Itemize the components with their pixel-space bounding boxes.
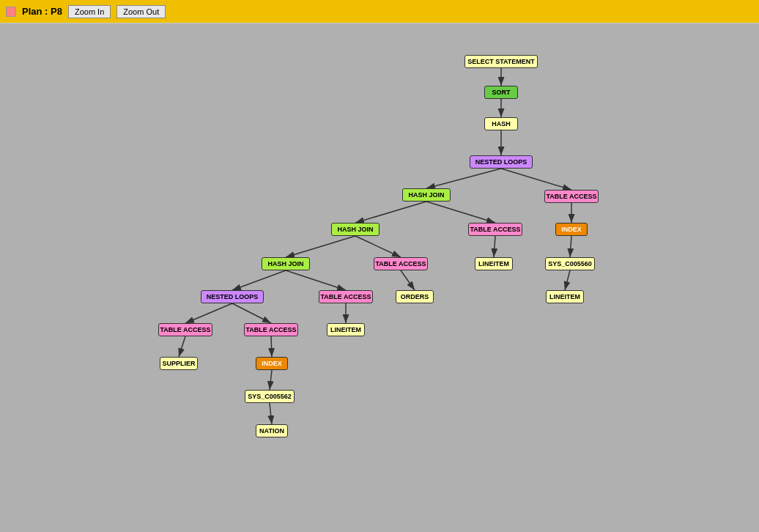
- svg-line-15: [401, 270, 415, 290]
- node-supplier: SUPPLIER: [160, 357, 198, 370]
- svg-line-7: [426, 202, 495, 223]
- svg-line-22: [270, 370, 272, 390]
- arrows-svg: [0, 23, 759, 532]
- svg-line-16: [565, 270, 570, 290]
- svg-line-5: [501, 169, 571, 190]
- node-sys_c005562: SYS_C005562: [245, 390, 295, 403]
- svg-line-6: [355, 202, 426, 223]
- svg-line-17: [185, 303, 232, 323]
- node-sys_c005560_1: SYS_C005560: [545, 257, 595, 270]
- svg-line-14: [286, 270, 346, 290]
- svg-line-9: [286, 236, 355, 257]
- node-sort: SORT: [484, 86, 518, 99]
- svg-line-10: [355, 236, 401, 257]
- node-hash_join_1: HASH JOIN: [402, 188, 451, 202]
- node-select_statement: SELECT STATEMENT: [464, 55, 538, 68]
- node-nation: NATION: [256, 424, 288, 437]
- node-table_access_2: TABLE ACCESS: [468, 223, 522, 236]
- node-table_access_3: TABLE ACCESS: [374, 257, 428, 270]
- svg-line-18: [232, 303, 271, 323]
- node-hash_join_3: HASH JOIN: [262, 257, 310, 270]
- node-table_access_4: TABLE ACCESS: [319, 290, 373, 303]
- node-orders: ORDERS: [396, 290, 434, 303]
- node-table_access_6: TABLE ACCESS: [244, 323, 298, 336]
- node-index_2: INDEX: [256, 357, 288, 370]
- svg-line-12: [570, 236, 571, 257]
- node-nested_loops_2: NESTED LOOPS: [201, 290, 264, 303]
- zoom-out-button[interactable]: Zoom Out: [116, 5, 166, 18]
- node-index_1: INDEX: [555, 223, 588, 236]
- node-table_access_1: TABLE ACCESS: [544, 190, 599, 203]
- header: Plan : P8 Zoom In Zoom Out: [0, 0, 759, 23]
- svg-line-11: [494, 236, 495, 257]
- svg-line-4: [426, 169, 501, 188]
- node-table_access_5: TABLE ACCESS: [158, 323, 212, 336]
- node-lineitem_1: LINEITEM: [475, 257, 513, 270]
- svg-line-21: [271, 336, 272, 357]
- plan-icon: [6, 7, 16, 17]
- svg-line-13: [232, 270, 286, 290]
- node-hash: HASH: [484, 117, 518, 130]
- query-plan-canvas: SELECT STATEMENTSORTHASHNESTED LOOPSHASH…: [0, 23, 759, 532]
- node-nested_loops: NESTED LOOPS: [470, 155, 533, 169]
- node-hash_join_2: HASH JOIN: [331, 223, 380, 236]
- svg-line-23: [270, 403, 272, 424]
- plan-label: Plan : P8: [22, 6, 62, 17]
- zoom-in-button[interactable]: Zoom In: [68, 5, 111, 18]
- node-lineitem_3: LINEITEM: [327, 323, 365, 336]
- node-lineitem_2: LINEITEM: [546, 290, 584, 303]
- svg-line-20: [179, 336, 185, 357]
